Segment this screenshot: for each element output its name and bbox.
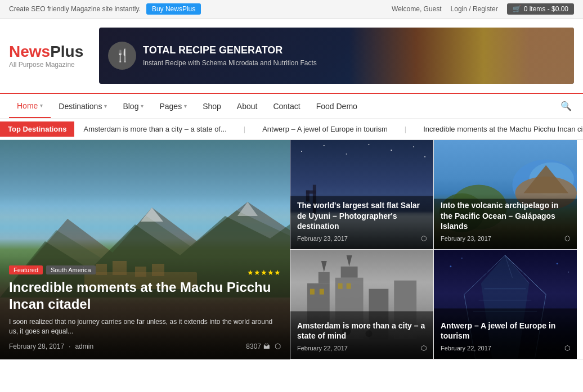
badges-row: Featured South America ★★★★★ xyxy=(9,265,281,279)
cart-button[interactable]: 🛒 0 items - $0.00 xyxy=(507,3,574,15)
nav-item-destinations[interactable]: Destinations ▾ xyxy=(51,95,115,118)
banner-subtitle: Instant Recipe with Schema Microdata and… xyxy=(143,59,317,67)
badge-south-america[interactable]: South America xyxy=(46,265,96,274)
badges: Featured South America xyxy=(9,265,96,274)
navigation: Home ▾ Destinations ▾ Blog ▾ Pages ▾ Sho… xyxy=(0,93,583,119)
card-salt-flat[interactable]: The world's largest salt flat Salar de U… xyxy=(290,140,433,250)
meta-separator: · xyxy=(69,343,70,350)
antwerp-card-title: Antwerp – A jewel of Europe in tourism xyxy=(441,321,570,341)
search-icon[interactable]: 🔍 xyxy=(558,94,574,118)
top-bar-left: Create SEO friendly Magazine site instan… xyxy=(9,3,201,15)
ticker-label: Top Destinations xyxy=(0,121,74,137)
svg-marker-4 xyxy=(237,202,258,216)
chevron-down-icon: ▾ xyxy=(184,103,187,109)
big-card-meta: February 28, 2017 · admin 8307 🏔 ⬡ xyxy=(9,342,281,350)
svg-point-11 xyxy=(301,151,302,152)
logo-area: NewsPlus All Purpose Magazine xyxy=(9,43,88,69)
card-amsterdam[interactable]: Amsterdam is more than a city – a state … xyxy=(290,250,433,359)
svg-point-15 xyxy=(391,150,392,151)
antwerp-card-overlay: Antwerp – A jewel of Europe in tourism F… xyxy=(434,314,577,359)
nav-item-shop[interactable]: Shop xyxy=(195,95,229,118)
views-icon: 🏔 xyxy=(263,343,270,350)
amsterdam-card-date: February 22, 2017 xyxy=(297,345,348,352)
svg-rect-32 xyxy=(310,289,315,295)
amsterdam-card-title: Amsterdam is more than a city – a state … xyxy=(297,321,427,341)
svg-rect-25 xyxy=(319,272,330,283)
svg-point-58 xyxy=(557,263,558,264)
share-icon[interactable]: ⬡ xyxy=(275,342,281,350)
header: NewsPlus All Purpose Magazine 🍴 TOTAL RE… xyxy=(0,19,583,93)
ticker-item-1[interactable]: Antwerp – A jewel of Europe in tourism xyxy=(262,125,388,133)
logo-news: News xyxy=(9,43,50,60)
svg-point-12 xyxy=(324,145,325,146)
chevron-down-icon: ▾ xyxy=(104,103,107,109)
svg-point-13 xyxy=(346,154,347,155)
galapagos-card-date: February 23, 2017 xyxy=(441,235,491,242)
nav-item-pages[interactable]: Pages ▾ xyxy=(151,95,195,118)
ticker-bar: Top Destinations Amsterdam is more than … xyxy=(0,119,583,140)
amsterdam-card-meta: February 22, 2017 ⬡ xyxy=(297,344,427,352)
svg-marker-3 xyxy=(141,208,163,222)
banner-ad[interactable]: 🍴 TOTAL RECIPE GENERATOR Instant Recipe … xyxy=(99,28,574,84)
cart-icon: 🛒 xyxy=(513,5,521,13)
galapagos-card-overlay: Into the volcanic archipelago in the Pac… xyxy=(434,193,577,249)
share-icon[interactable]: ⬡ xyxy=(564,235,570,242)
card-antwerp[interactable]: Antwerp – A jewel of Europe in tourism F… xyxy=(433,250,577,359)
antwerp-card-meta: February 22, 2017 ⬡ xyxy=(441,344,570,352)
logo[interactable]: NewsPlus xyxy=(9,43,88,61)
banner-title: TOTAL RECIPE GENERATOR xyxy=(143,44,317,57)
big-card-author: admin xyxy=(75,343,93,350)
ticker-item-2[interactable]: Incredible moments at the Machu Picchu I… xyxy=(423,125,583,133)
amsterdam-card-overlay: Amsterdam is more than a city – a state … xyxy=(290,314,433,359)
ticker-separator: | xyxy=(244,125,245,133)
chevron-down-icon: ▾ xyxy=(141,103,143,109)
cart-label: 0 items - $0.00 xyxy=(524,5,568,13)
galapagos-card-meta: February 23, 2017 ⬡ xyxy=(441,235,570,242)
svg-rect-34 xyxy=(338,283,343,289)
svg-rect-35 xyxy=(347,283,351,289)
share-icon[interactable]: ⬡ xyxy=(564,344,570,352)
login-register-link[interactable]: Login / Register xyxy=(451,5,498,13)
meta-left: February 28, 2017 · admin xyxy=(9,343,93,350)
big-card-title: Incredible moments at the Machu Picchu I… xyxy=(9,279,281,313)
salt-card-meta: February 23, 2017 ⬡ xyxy=(297,235,427,242)
banner-image-placeholder xyxy=(349,28,574,84)
views-number: 8307 xyxy=(246,343,261,350)
galapagos-card-title: Into the volcanic archipelago in the Pac… xyxy=(441,200,570,231)
card-galapagos[interactable]: Into the volcanic archipelago in the Pac… xyxy=(433,140,577,250)
logo-plus: Plus xyxy=(50,43,83,60)
nav-item-about[interactable]: About xyxy=(229,95,266,118)
star-rating: ★★★★★ xyxy=(247,268,281,277)
salt-card-title: The world's largest salt flat Salar de U… xyxy=(297,200,427,231)
nav-item-home[interactable]: Home ▾ xyxy=(9,94,51,118)
svg-rect-28 xyxy=(341,267,358,278)
buy-newsplus-button[interactable]: Buy NewsPlus xyxy=(146,3,201,15)
chevron-down-icon: ▾ xyxy=(40,102,43,109)
salt-card-overlay: The world's largest salt flat Salar de U… xyxy=(290,193,433,249)
salt-card-date: February 23, 2017 xyxy=(297,235,348,242)
promo-text: Create SEO friendly Magazine site instan… xyxy=(9,5,141,13)
right-column: Into the volcanic archipelago in the Pac… xyxy=(433,140,577,359)
share-icon[interactable]: ⬡ xyxy=(421,235,427,242)
svg-point-56 xyxy=(450,265,451,267)
svg-point-57 xyxy=(461,258,463,259)
welcome-text: Welcome, Guest xyxy=(392,5,441,13)
svg-rect-33 xyxy=(320,289,324,295)
svg-point-59 xyxy=(568,272,569,273)
share-icon[interactable]: ⬡ xyxy=(421,344,427,352)
middle-column: The world's largest salt flat Salar de U… xyxy=(290,140,433,359)
badge-featured[interactable]: Featured xyxy=(9,265,43,274)
views-count: 8307 🏔 xyxy=(246,343,270,350)
nav-item-food-demo[interactable]: Food Demo xyxy=(308,95,365,118)
main-grid: Featured South America ★★★★★ Incredible … xyxy=(0,140,583,360)
logo-tagline: All Purpose Magazine xyxy=(9,61,88,69)
top-bar-right: Welcome, Guest Login / Register 🛒 0 item… xyxy=(392,3,574,15)
nav-item-blog[interactable]: Blog ▾ xyxy=(115,95,151,118)
ticker-item-0[interactable]: Amsterdam is more than a city – a state … xyxy=(83,125,226,133)
big-card-date: February 28, 2017 xyxy=(9,343,64,350)
ticker-content: Amsterdam is more than a city – a state … xyxy=(74,125,583,133)
nav-item-contact[interactable]: Contact xyxy=(265,95,308,118)
svg-point-14 xyxy=(368,144,369,145)
top-bar: Create SEO friendly Magazine site instan… xyxy=(0,0,583,19)
featured-big-card[interactable]: Featured South America ★★★★★ Incredible … xyxy=(0,140,290,359)
